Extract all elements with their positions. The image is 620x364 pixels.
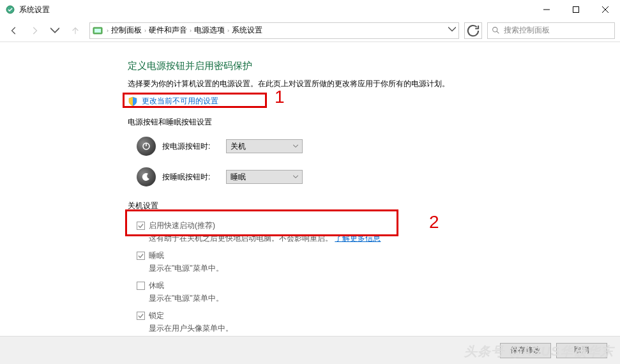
- lock-desc: 显示在用户头像菜单中。: [149, 323, 582, 334]
- svg-rect-1: [573, 7, 579, 13]
- refresh-button[interactable]: [464, 22, 482, 39]
- svg-point-4: [493, 27, 497, 32]
- change-unavailable-link[interactable]: 更改当前不可用的设置: [142, 96, 218, 107]
- recent-dropdown[interactable]: [46, 22, 64, 40]
- fast-startup-label: 启用快速启动(推荐): [149, 220, 215, 231]
- lock-checkbox[interactable]: [137, 312, 145, 320]
- power-button-label: 按电源按钮时:: [162, 141, 220, 152]
- breadcrumb-item[interactable]: 系统设置: [232, 25, 262, 36]
- power-icon: [137, 137, 156, 156]
- cancel-button[interactable]: 取消: [556, 343, 607, 358]
- chevron-down-icon: [293, 144, 298, 149]
- maximize-button[interactable]: [561, 0, 591, 19]
- window-title: 系统设置: [19, 4, 50, 15]
- address-bar[interactable]: › 控制面板 › 硬件和声音 › 电源选项 › 系统设置: [89, 22, 459, 39]
- page-description: 选择要为你的计算机设置的电源设置。在此页上对设置所做的更改将应用于你所有的电源计…: [128, 79, 582, 89]
- search-icon: [492, 26, 500, 34]
- power-button-select[interactable]: 关机: [226, 139, 303, 153]
- sleep-desc: 显示在"电源"菜单中。: [149, 263, 582, 274]
- forward-button[interactable]: [26, 22, 43, 40]
- search-input[interactable]: 搜索控制面板: [487, 22, 615, 39]
- section-label-buttons: 电源按钮和睡眠按钮设置: [128, 117, 582, 128]
- lock-label: 锁定: [149, 310, 164, 321]
- sleep-checkbox[interactable]: [137, 252, 145, 260]
- sleep-button-select[interactable]: 睡眠: [226, 170, 303, 184]
- learn-more-link[interactable]: 了解更多信息: [335, 234, 381, 243]
- chevron-down-icon[interactable]: [448, 26, 456, 35]
- minimize-button[interactable]: [532, 0, 561, 19]
- breadcrumb-item[interactable]: 控制面板: [111, 25, 142, 36]
- shield-icon: [128, 96, 138, 107]
- chevron-down-icon: [293, 174, 298, 179]
- fast-startup-desc: 这有助于在关机之后更快地启动电脑。不会影响重启。: [149, 234, 333, 243]
- breadcrumb-item[interactable]: 硬件和声音: [149, 25, 187, 36]
- up-button[interactable]: [66, 22, 84, 40]
- fast-startup-checkbox[interactable]: [137, 222, 145, 230]
- breadcrumb-item[interactable]: 电源选项: [194, 25, 225, 36]
- annotation-label-2: 2: [429, 212, 439, 232]
- back-button[interactable]: [5, 22, 23, 40]
- chevron-right-icon: ›: [107, 27, 109, 34]
- chevron-right-icon: ›: [227, 27, 229, 34]
- chevron-right-icon: ›: [144, 27, 146, 34]
- page-heading: 定义电源按钮并启用密码保护: [128, 60, 582, 72]
- sleep-label: 睡眠: [149, 250, 164, 261]
- svg-rect-3: [95, 29, 101, 33]
- sleep-button-label: 按睡眠按钮时:: [162, 172, 220, 183]
- section-label-shutdown: 关机设置: [128, 201, 582, 211]
- control-panel-icon: [93, 26, 103, 36]
- hibernate-label: 休眠: [149, 280, 164, 291]
- search-placeholder: 搜索控制面板: [504, 25, 550, 36]
- save-button[interactable]: 保存修改: [500, 343, 551, 358]
- hibernate-checkbox[interactable]: [137, 282, 145, 290]
- annotation-label-1: 1: [275, 87, 285, 107]
- sleep-icon: [137, 167, 156, 186]
- hibernate-desc: 显示在"电源"菜单中。: [149, 293, 582, 304]
- close-button[interactable]: [591, 0, 620, 19]
- app-icon: [5, 4, 15, 15]
- chevron-right-icon: ›: [190, 27, 192, 34]
